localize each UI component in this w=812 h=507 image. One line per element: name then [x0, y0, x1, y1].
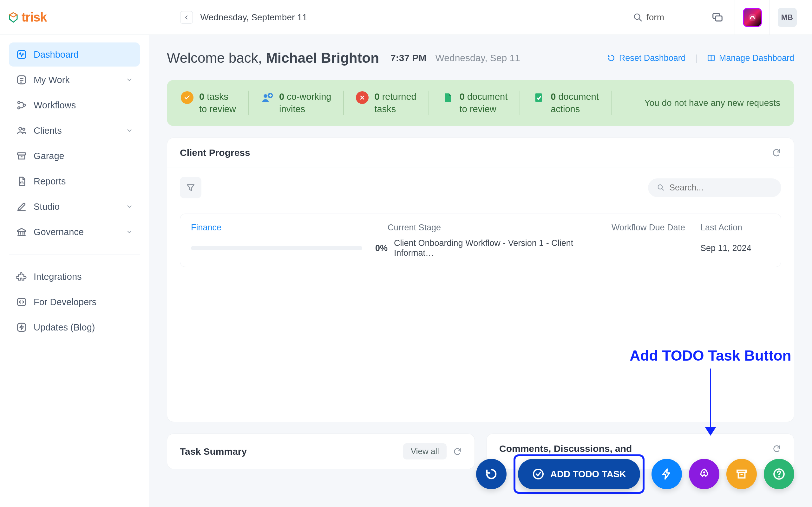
sidebar-item-label: Workflows [34, 100, 76, 111]
brand-logo[interactable]: trisk [8, 10, 47, 24]
svg-point-5 [751, 16, 752, 17]
undo-icon [485, 467, 498, 481]
quick-action-fab[interactable] [652, 459, 682, 489]
sidebar-item-studio[interactable]: Studio [9, 194, 140, 219]
sidebar-item-workflows[interactable]: Workflows [9, 93, 140, 117]
help-fab[interactable] [764, 459, 794, 489]
sidebar-item-mywork[interactable]: My Work [9, 68, 140, 92]
sidebar-item-clients[interactable]: Clients [9, 118, 140, 143]
question-icon [772, 467, 786, 481]
chevron-down-icon [126, 203, 133, 210]
archive-icon [16, 150, 27, 162]
status-returned-tasks[interactable]: 0 returnedtasks [344, 91, 429, 115]
reset-dashboard-link[interactable]: Reset Dashboard [607, 53, 686, 63]
sidebar-item-label: Integrations [34, 272, 82, 282]
chevron-left-icon [184, 14, 189, 20]
refresh-icon [772, 444, 781, 453]
comments-title: Comments, Discussions, and [499, 443, 632, 454]
undo-fab[interactable] [476, 459, 507, 489]
client-progress-row[interactable]: Finance Current Stage Workflow Due Date … [180, 214, 781, 267]
sidebar-item-garage[interactable]: Garage [9, 144, 140, 168]
check-circle-icon [181, 91, 194, 104]
welcome-date: Wednesday, Sep 11 [436, 53, 520, 63]
extension-icon [743, 8, 762, 27]
client-progress-search[interactable] [648, 178, 781, 197]
fab-row: ADD TODO TASK [476, 454, 794, 494]
document-check-icon [532, 91, 545, 104]
svg-point-12 [18, 101, 20, 104]
refresh-button[interactable] [772, 444, 781, 453]
user-avatar[interactable]: MB [769, 0, 804, 35]
status-tasks-to-review[interactable]: 0 tasksto review [181, 91, 249, 115]
svg-point-4 [749, 14, 756, 21]
svg-line-1 [639, 18, 642, 21]
sidebar-item-developers[interactable]: For Developers [9, 290, 140, 314]
sidebar-item-label: For Developers [34, 297, 96, 307]
col-due-date: Workflow Due Date [612, 223, 694, 233]
bolt-icon [16, 322, 27, 333]
list-icon [16, 74, 27, 86]
sidebar-divider [9, 254, 140, 255]
box-icon [735, 467, 748, 481]
branch-icon [16, 100, 27, 111]
header-date: Wednesday, September 11 [200, 12, 307, 22]
sidebar-item-updates[interactable]: Updates (Blog) [9, 315, 140, 339]
refresh-button[interactable] [453, 447, 462, 456]
people-icon [16, 125, 27, 136]
svg-point-16 [23, 128, 25, 130]
view-all-button[interactable]: View all [403, 443, 447, 459]
brand-mark-icon [8, 12, 19, 23]
chevron-down-icon [126, 127, 133, 134]
code-icon [16, 296, 27, 308]
svg-rect-21 [17, 323, 26, 331]
pen-icon [16, 201, 27, 212]
client-name-link[interactable]: Finance [191, 223, 381, 233]
refresh-button[interactable] [772, 148, 781, 158]
manage-dashboard-link[interactable]: Manage Dashboard [707, 53, 794, 63]
sidebar-item-governance[interactable]: Governance [9, 220, 140, 244]
filter-button[interactable] [180, 177, 201, 199]
archive-fab[interactable] [726, 459, 757, 489]
sidebar-item-label: Updates (Blog) [34, 322, 95, 333]
collapse-sidebar-button[interactable] [180, 11, 193, 24]
welcome-prefix: Welcome back, [167, 50, 266, 66]
chevron-down-icon [126, 76, 133, 83]
sidebar-item-label: Garage [34, 151, 64, 161]
messages-button[interactable] [700, 0, 734, 35]
col-last-action: Last Action [700, 223, 770, 233]
bank-icon [16, 226, 27, 238]
welcome-time: 7:37 PM [391, 53, 426, 63]
extension-button[interactable] [734, 0, 769, 35]
refresh-icon [453, 447, 462, 456]
status-no-requests-message: You do not have any new requests [635, 98, 780, 108]
status-document-actions[interactable]: 0 documentactions [520, 91, 612, 115]
add-todo-highlight-box: ADD TODO TASK [513, 454, 645, 494]
status-coworking-invites[interactable]: 0 co-workinginvites [249, 91, 344, 115]
manage-dashboard-label: Manage Dashboard [719, 53, 794, 63]
sidebar-item-dashboard[interactable]: Dashboard [9, 43, 140, 66]
task-summary-title: Task Summary [180, 446, 247, 457]
search-input[interactable] [647, 12, 691, 22]
x-circle-icon [356, 91, 368, 104]
sidebar-item-reports[interactable]: Reports [9, 169, 140, 193]
sidebar-item-integrations[interactable]: Integrations [9, 265, 140, 289]
sidebar-item-label: Reports [34, 176, 66, 187]
reset-dashboard-label: Reset Dashboard [619, 53, 686, 63]
global-search[interactable] [624, 0, 700, 35]
client-progress-search-input[interactable] [669, 183, 772, 193]
task-summary-card: Task Summary View all [167, 434, 475, 469]
welcome-text: Welcome back, Michael Brighton [167, 50, 379, 66]
svg-line-28 [662, 188, 664, 190]
sidebar-item-label: Clients [34, 125, 62, 136]
sidebar-item-label: My Work [34, 75, 70, 85]
last-action-value: Sep 11, 2024 [700, 243, 770, 253]
document-green-icon [441, 91, 454, 104]
add-todo-label: ADD TODO TASK [550, 469, 626, 480]
add-todo-task-button[interactable]: ADD TODO TASK [518, 459, 640, 489]
launch-fab[interactable] [689, 459, 719, 489]
sidebar-item-label: Studio [34, 202, 60, 212]
status-document-to-review[interactable]: 0 documentto review [429, 91, 520, 115]
col-current-stage: Current Stage [388, 223, 605, 233]
brand-text: trisk [21, 10, 47, 24]
svg-point-14 [23, 104, 26, 106]
